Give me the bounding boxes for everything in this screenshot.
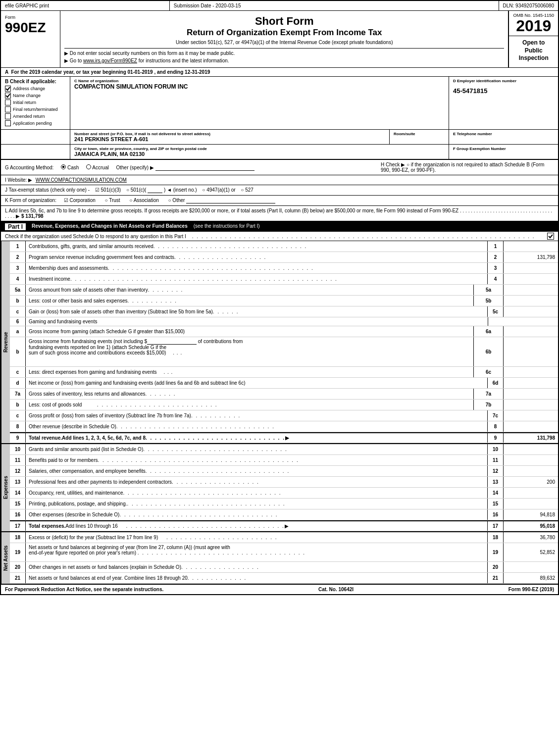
amended-return-checkbox[interactable]: [5, 113, 11, 119]
row-line-num: 12: [488, 466, 504, 476]
row-num: 14: [10, 488, 26, 498]
row-label: Program service revenue including govern…: [26, 252, 488, 262]
4947-status: ○ 4947(a)(1) or: [202, 187, 235, 193]
row-label: Investment income . . . . . . . . . . . …: [26, 274, 488, 284]
cash-radio: Cash: [61, 165, 80, 170]
net-assets-rows: 18 Excess or (deficit) for the year (Sub…: [10, 532, 558, 584]
row-value: [504, 499, 558, 509]
form-label: Form: [5, 15, 56, 20]
table-row: 10 Grants and similar amounts paid (list…: [10, 444, 558, 455]
initial-return-checkbox[interactable]: [5, 100, 11, 105]
part1-checkbox[interactable]: [547, 233, 554, 240]
check-row: Check if the organization used Schedule …: [1, 232, 558, 241]
row-label: Gaming and fundraising events: [26, 317, 488, 326]
dln: DLN: 93492075006080: [499, 1, 558, 10]
app-pending-checkbox[interactable]: [5, 120, 11, 126]
website-url[interactable]: WWW.COMPACTIONSIMULATION.COM: [36, 177, 127, 183]
row-label: Gross sales of inventory, less returns a…: [26, 389, 474, 399]
row-line-num: 7c: [488, 410, 504, 421]
amended-return-item: Amended return: [5, 113, 66, 119]
row-label: Gross amount from sale of assets other t…: [26, 285, 474, 295]
irs-url[interactable]: www.irs.gov/Form990EZ: [83, 58, 137, 63]
year-open-col: OMB No. 1545-1150 2019 Open toPublicInsp…: [508, 11, 558, 67]
row-value: 36,780: [504, 532, 558, 543]
accrual-radio: Accrual: [86, 165, 110, 170]
name-change-label: Name change: [13, 93, 41, 98]
row-ref: 6b: [474, 337, 504, 366]
part1-title: Revenue, Expenses, and Changes in Net As…: [32, 223, 188, 230]
acct-left: G Accounting Method: Cash Accrual Other …: [5, 164, 381, 171]
row-line-num: [488, 317, 504, 326]
table-row: 9 Total revenue. Add lines 1, 2, 3, 4, 5…: [10, 432, 558, 443]
final-return-label: Final return/terminated: [13, 107, 58, 112]
address-change-label: Address change: [13, 86, 45, 91]
table-row: 4 Investment income . . . . . . . . . . …: [10, 274, 558, 285]
row-line-num: 19: [488, 543, 504, 561]
row-num: c: [10, 410, 26, 421]
row-num: 6: [10, 317, 26, 326]
c-label: C Name of organization: [74, 79, 445, 83]
row-ref: 6a: [474, 326, 504, 337]
row-line-num: 2: [488, 252, 504, 262]
row-label: Less: cost or other basis and sales expe…: [26, 296, 474, 306]
row-num: 16: [10, 509, 26, 520]
row-num: 3: [10, 263, 26, 273]
year-display: 2019: [513, 18, 554, 34]
submission-date: Submission Date - 2020-03-15: [170, 1, 499, 10]
other-acct: Other (specify) ▶: [116, 165, 153, 170]
row-line-num: 4: [488, 274, 504, 284]
group-col: F Group Exemption Number: [449, 145, 558, 159]
row-num: c: [10, 367, 26, 377]
revenue-rows: 1 Contributions, gifts, grants, and simi…: [10, 241, 558, 443]
row-label: Net assets or fund balances at end of ye…: [26, 573, 488, 583]
row-label: Contributions, gifts, grants, and simila…: [26, 241, 488, 252]
501c3-status: ☑ 501(c)(3): [95, 187, 121, 193]
row-num: b: [10, 337, 26, 366]
final-return-checkbox[interactable]: [5, 106, 11, 112]
row-line-num: 11: [488, 455, 504, 465]
room-field: Room/suite: [390, 130, 449, 144]
row-label: Gain or (loss) from sale of assets other…: [26, 306, 488, 317]
row-num: 20: [10, 562, 26, 572]
website-row: I Website: ▶ WWW.COMPACTIONSIMULATION.CO…: [1, 175, 558, 185]
address-row: Number and street (or P.O. box, if mail …: [1, 129, 558, 144]
row-line-num: 21: [488, 573, 504, 583]
row-ref: 6c: [474, 367, 504, 377]
f-label: F Group Exemption Number: [453, 147, 554, 151]
d-label: D Employer identification number: [453, 79, 554, 83]
org-name-col: C Name of organization COMPACTION SIMULA…: [70, 77, 449, 129]
footer-right: Form 990-EZ (2019): [508, 587, 554, 592]
row-label: Gross profit or (loss) from sales of inv…: [26, 410, 488, 421]
part1-label: Part I: [5, 223, 26, 230]
row-line-num: 14: [488, 488, 504, 498]
app-pending-item: Application pending: [5, 120, 66, 126]
row-value: 131,798: [504, 433, 558, 443]
row-num: 9: [10, 433, 26, 443]
row-value: 131,798: [504, 252, 558, 262]
footer-cat: Cat. No. 10642I: [318, 587, 354, 592]
name-change-checkbox[interactable]: [5, 93, 11, 99]
table-row: c Gain or (loss) from sale of assets oth…: [10, 306, 558, 317]
row-label: Other expenses (describe in Schedule O) …: [26, 509, 488, 520]
row-value: [504, 263, 558, 273]
row-num: a: [10, 326, 26, 337]
row-label: Net income or (loss) from gaming and fun…: [26, 378, 488, 388]
form-number: 990EZ: [5, 20, 56, 36]
table-row: 17 Total expenses. Add lines 10 through …: [10, 520, 558, 531]
table-row: 7a Gross sales of inventory, less return…: [10, 389, 558, 400]
city-value: JAMAICA PLAIN, MA 02130: [74, 151, 445, 157]
row-value: [504, 444, 558, 454]
main-page: efile GRAPHIC print Submission Date - 20…: [0, 0, 559, 595]
accounting-row: G Accounting Method: Cash Accrual Other …: [1, 159, 558, 175]
row-label: Occupancy, rent, utilities, and maintena…: [26, 488, 488, 498]
row-value: [504, 421, 558, 432]
address-change-checkbox[interactable]: [5, 86, 11, 92]
row-label: Other revenue (describe in Schedule O) .…: [26, 421, 488, 432]
row-value: 95,018: [504, 521, 558, 531]
row-label: Other changes in net assets or fund bala…: [26, 562, 488, 572]
omb-col: OMB No. 1545-1150 2019: [509, 11, 558, 36]
row-num: b: [10, 296, 26, 306]
527-status: ○ 527: [241, 187, 254, 193]
row-num: c: [10, 306, 26, 317]
row-num: 8: [10, 421, 26, 432]
